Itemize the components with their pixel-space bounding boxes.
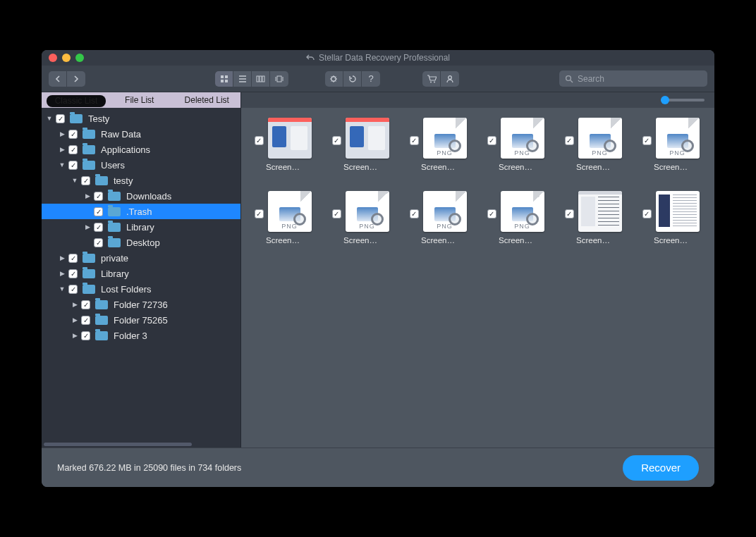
file-item[interactable]: ✓PNGScreen… — [633, 118, 708, 171]
coverflow-view-button[interactable] — [270, 71, 288, 87]
disclosure-closed-icon[interactable]: ▶ — [71, 332, 78, 339]
tree-checkbox[interactable]: ✓ — [56, 114, 65, 123]
file-thumbnail[interactable]: PNG — [423, 118, 467, 159]
column-view-button[interactable] — [252, 71, 270, 87]
tree-row[interactable]: ▶✓Desktop — [42, 235, 240, 250]
disclosure-open-icon[interactable]: ▼ — [71, 177, 78, 184]
file-checkbox[interactable]: ✓ — [565, 209, 574, 218]
forward-button[interactable] — [67, 71, 85, 87]
disclosure-closed-icon[interactable]: ▶ — [84, 223, 91, 230]
file-checkbox[interactable]: ✓ — [332, 209, 341, 218]
file-item[interactable]: ✓PNGScreen… — [245, 191, 320, 245]
recover-button[interactable]: Recover — [623, 455, 699, 481]
tree-row[interactable]: ▶✓Folder 3 — [42, 328, 240, 343]
file-item[interactable]: ✓Screen… — [245, 118, 320, 171]
file-thumbnail[interactable] — [346, 118, 389, 159]
tree-row[interactable]: ▼✓Users — [42, 157, 240, 173]
file-thumbnail[interactable]: PNG — [346, 191, 389, 232]
file-grid[interactable]: ✓Screen…✓Screen…✓PNGScreen…✓PNGScreen…✓P… — [241, 108, 714, 448]
tree-row[interactable]: ▶✓Library — [42, 266, 240, 281]
user-button[interactable] — [441, 71, 459, 87]
list-view-button[interactable] — [233, 71, 252, 87]
tab-deleted-list[interactable]: Deleted List — [173, 95, 241, 105]
tree-row[interactable]: ▶✓Downloads — [42, 188, 240, 204]
file-checkbox[interactable]: ✓ — [332, 136, 341, 145]
zoom-knob[interactable] — [661, 96, 669, 104]
disclosure-open-icon[interactable]: ▼ — [59, 285, 66, 292]
file-item[interactable]: ✓Screen… — [556, 191, 630, 245]
settings-button[interactable] — [325, 71, 343, 87]
cart-button[interactable] — [422, 71, 441, 87]
tab-classic-list[interactable]: Classic List — [47, 95, 106, 107]
file-checkbox[interactable]: ✓ — [487, 209, 496, 218]
file-item[interactable]: ✓PNGScreen… — [556, 118, 630, 171]
file-checkbox[interactable]: ✓ — [642, 209, 652, 218]
tree-checkbox[interactable]: ✓ — [68, 269, 78, 278]
file-checkbox[interactable]: ✓ — [642, 136, 652, 145]
file-item[interactable]: ✓Screen… — [633, 191, 708, 245]
file-checkbox[interactable]: ✓ — [410, 209, 419, 218]
file-item[interactable]: ✓Screen… — [323, 118, 398, 171]
icon-view-button[interactable] — [215, 71, 233, 87]
tree-row[interactable]: ▶✓private — [42, 250, 240, 266]
tree-checkbox[interactable]: ✓ — [68, 145, 78, 154]
file-checkbox[interactable]: ✓ — [255, 209, 264, 218]
disclosure-closed-icon[interactable]: ▶ — [59, 270, 66, 277]
disclosure-closed-icon[interactable]: ▶ — [71, 301, 78, 308]
file-checkbox[interactable]: ✓ — [565, 136, 574, 145]
disclosure-closed-icon[interactable]: ▶ — [84, 192, 91, 199]
file-thumbnail[interactable]: PNG — [501, 191, 544, 232]
tree-row[interactable]: ▶✓Raw Data — [42, 126, 240, 142]
history-button[interactable] — [343, 71, 362, 87]
file-checkbox[interactable]: ✓ — [410, 136, 419, 145]
tree-row[interactable]: ▶✓Folder 75265 — [42, 312, 240, 328]
tree-checkbox[interactable]: ✓ — [94, 207, 103, 216]
tree-row[interactable]: ▶✓Library — [42, 219, 240, 235]
tree-row[interactable]: ▼✓testy — [42, 173, 240, 188]
file-item[interactable]: ✓PNGScreen… — [478, 118, 553, 171]
disclosure-closed-icon[interactable]: ▶ — [71, 316, 78, 323]
search-input[interactable] — [578, 74, 702, 84]
file-thumbnail[interactable]: PNG — [656, 118, 700, 159]
help-button[interactable]: ? — [362, 71, 380, 87]
tree-checkbox[interactable]: ✓ — [68, 285, 78, 294]
tree-row[interactable]: ▶✓Folder 72736 — [42, 297, 240, 312]
tree-checkbox[interactable]: ✓ — [68, 130, 78, 139]
disclosure-closed-icon[interactable]: ▶ — [59, 146, 66, 153]
disclosure-closed-icon[interactable]: ▶ — [59, 130, 66, 137]
tree-row[interactable]: ▼✓Lost Folders — [42, 281, 240, 297]
back-button[interactable] — [49, 71, 67, 87]
tree-checkbox[interactable]: ✓ — [68, 161, 78, 170]
tree-checkbox[interactable]: ✓ — [94, 238, 103, 247]
file-thumbnail[interactable]: PNG — [423, 191, 467, 232]
tree-checkbox[interactable]: ✓ — [94, 192, 103, 201]
file-thumbnail[interactable] — [268, 118, 312, 159]
file-thumbnail[interactable]: PNG — [268, 191, 312, 232]
tree-checkbox[interactable]: ✓ — [94, 223, 103, 232]
file-thumbnail[interactable] — [578, 191, 622, 232]
tree-checkbox[interactable]: ✓ — [68, 254, 78, 263]
file-checkbox[interactable]: ✓ — [255, 136, 264, 145]
file-thumbnail[interactable]: PNG — [578, 118, 622, 159]
disclosure-open-icon[interactable]: ▼ — [46, 115, 53, 122]
tree-checkbox[interactable]: ✓ — [81, 300, 90, 309]
file-thumbnail[interactable] — [656, 191, 700, 232]
tree-row[interactable]: ▶✓.Trash — [42, 204, 240, 219]
tree-row[interactable]: ▶✓Applications — [42, 142, 240, 157]
file-item[interactable]: ✓PNGScreen… — [401, 118, 475, 171]
disclosure-closed-icon[interactable]: ▶ — [59, 254, 66, 261]
folder-tree[interactable]: ▼✓Testy▶✓Raw Data▶✓Applications▼✓Users▼✓… — [42, 108, 240, 440]
tree-checkbox[interactable]: ✓ — [81, 316, 90, 325]
zoom-slider[interactable] — [661, 99, 705, 101]
file-item[interactable]: ✓PNGScreen… — [323, 191, 398, 245]
file-item[interactable]: ✓PNGScreen… — [478, 191, 553, 245]
tree-checkbox[interactable]: ✓ — [81, 331, 90, 340]
file-checkbox[interactable]: ✓ — [487, 136, 496, 145]
tree-checkbox[interactable]: ✓ — [81, 176, 90, 185]
tree-row[interactable]: ▼✓Testy — [42, 111, 240, 126]
disclosure-open-icon[interactable]: ▼ — [59, 161, 66, 168]
file-thumbnail[interactable]: PNG — [501, 118, 544, 159]
tab-file-list[interactable]: File List — [106, 95, 173, 105]
file-item[interactable]: ✓PNGScreen… — [401, 191, 475, 245]
search-box[interactable] — [559, 70, 707, 87]
